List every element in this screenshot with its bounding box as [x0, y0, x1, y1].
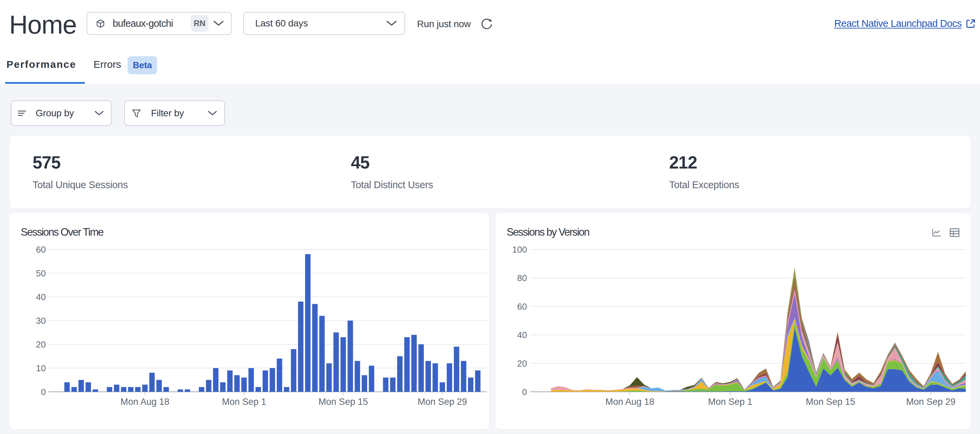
svg-text:20: 20 — [36, 339, 46, 350]
svg-text:30: 30 — [36, 316, 46, 326]
svg-text:40: 40 — [517, 330, 527, 340]
svg-text:0: 0 — [522, 387, 527, 397]
svg-text:60: 60 — [36, 244, 46, 255]
svg-text:Mon Aug 18: Mon Aug 18 — [605, 397, 654, 407]
svg-text:50: 50 — [36, 268, 46, 278]
svg-text:Mon Aug 18: Mon Aug 18 — [121, 397, 169, 407]
svg-text:Mon Sep 15: Mon Sep 15 — [319, 397, 368, 407]
svg-text:0: 0 — [41, 387, 46, 397]
svg-text:100: 100 — [512, 244, 527, 255]
svg-text:Mon Sep 1: Mon Sep 1 — [222, 397, 266, 407]
svg-text:60: 60 — [517, 301, 527, 312]
svg-text:Mon Sep 15: Mon Sep 15 — [806, 397, 856, 407]
svg-text:20: 20 — [517, 358, 527, 369]
svg-text:40: 40 — [36, 292, 46, 302]
svg-text:Mon Sep 29: Mon Sep 29 — [418, 397, 467, 407]
svg-text:Mon Sep 29: Mon Sep 29 — [906, 397, 956, 407]
svg-text:80: 80 — [517, 273, 527, 283]
svg-text:10: 10 — [36, 363, 46, 373]
svg-text:Mon Sep 1: Mon Sep 1 — [708, 397, 752, 407]
